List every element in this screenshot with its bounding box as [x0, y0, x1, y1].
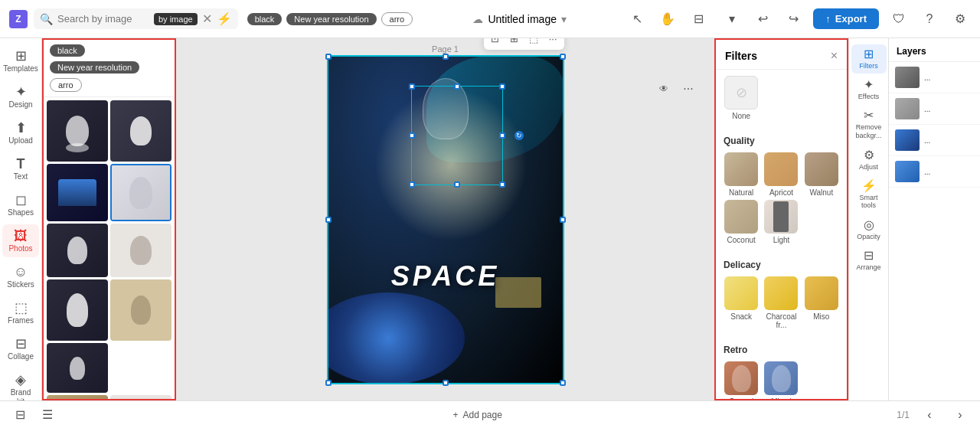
brand-icon: ◈ — [15, 373, 26, 387]
layer-name-3: ... — [924, 136, 930, 145]
layer-item-1[interactable]: ... — [889, 62, 980, 93]
help-icon[interactable]: ? — [919, 8, 940, 30]
app-logo[interactable]: Z — [9, 10, 28, 28]
layer-item-4[interactable]: ... — [889, 156, 980, 188]
selection-overlay: ↻ — [411, 86, 503, 185]
sidebar-item-photos[interactable]: 🖼 Photos — [2, 224, 39, 257]
filter-charcoal[interactable]: Charcoal fr... — [763, 276, 799, 329]
sidebar-item-stickers[interactable]: ☺ Stickers — [2, 260, 39, 293]
zoom-dropdown[interactable]: ▾ — [721, 8, 743, 30]
search-by-image-tag[interactable]: by image — [154, 13, 198, 25]
export-button[interactable]: ↑ Export — [813, 8, 879, 29]
filter-natural-thumb — [724, 152, 758, 186]
sidebar-label-photos: Photos — [8, 244, 32, 253]
nav-prev-icon[interactable]: ‹ — [919, 404, 940, 426]
filter-snack[interactable]: Snack — [724, 276, 759, 329]
tag-black[interactable]: black — [247, 13, 283, 25]
list-item[interactable] — [47, 395, 108, 399]
list-item[interactable] — [110, 100, 172, 162]
title-dropdown-icon[interactable]: ▾ — [561, 13, 567, 25]
filters-close-button[interactable]: × — [831, 49, 838, 63]
sidebar-item-text[interactable]: T Text — [2, 152, 39, 185]
upload-icon: ⬆ — [15, 121, 27, 135]
rotate-handle[interactable]: ↻ — [514, 131, 524, 140]
filter-quality-title: Quality — [724, 136, 839, 146]
filter-light[interactable]: Light — [763, 200, 799, 244]
tag-arro-photo[interactable]: arro — [50, 78, 82, 92]
add-page-button[interactable]: + Add page — [446, 407, 508, 423]
page-indicator: 1/1 — [897, 410, 910, 420]
filter-retro-section: Retro Carmel Miami — [716, 338, 847, 400]
rp-item-filters[interactable]: ⊞ Filters — [851, 44, 887, 74]
undo-button[interactable]: ↩ — [752, 8, 773, 30]
filter-miso[interactable]: Miso — [804, 276, 839, 329]
list-item[interactable] — [110, 279, 172, 341]
list-item[interactable] — [110, 164, 172, 221]
grid-icon[interactable]: ⊞ — [506, 38, 522, 47]
sidebar-item-design[interactable]: ✦ Design — [2, 80, 39, 113]
hand-tool[interactable]: ✋ — [657, 8, 678, 30]
tag-black-photo[interactable]: black — [50, 44, 85, 57]
tag-newyear-photo[interactable]: New year resolution — [50, 61, 139, 74]
layout-tool[interactable]: ⊟ — [688, 8, 709, 30]
filter-apricot[interactable]: Apricot — [763, 152, 799, 197]
layer-item-3[interactable]: ... — [889, 125, 980, 156]
rp-item-opacity[interactable]: ◎ Opacity — [851, 215, 887, 244]
shield-icon[interactable]: 🛡 — [888, 8, 910, 30]
rp-item-smart-tools[interactable]: ⚡ Smarttools — [851, 176, 887, 214]
tag-arrow[interactable]: arro — [381, 12, 413, 26]
rp-item-arrange[interactable]: ⊟ Arrange — [851, 246, 887, 275]
settings-icon[interactable]: ⚙ — [949, 8, 971, 30]
rp-label-opacity: Opacity — [857, 233, 880, 240]
list-item[interactable] — [47, 164, 108, 221]
filter-light-thumb — [764, 200, 798, 234]
templates-icon: ⊞ — [15, 49, 27, 63]
nav-next-icon[interactable]: › — [949, 404, 971, 426]
rp-item-adjust[interactable]: ⚙ Adjust — [851, 145, 887, 175]
search-input[interactable] — [57, 13, 149, 25]
sidebar-label-text: Text — [14, 172, 28, 181]
sidebar-item-collage[interactable]: ⊟ Collage — [2, 332, 39, 365]
filter-carmel[interactable]: Carmel — [724, 361, 759, 400]
sidebar-label-design: Design — [8, 100, 32, 109]
tag-newyear[interactable]: New year resolution — [286, 13, 376, 25]
list-view-icon[interactable]: ☰ — [37, 404, 58, 426]
rp-item-remove-bg[interactable]: ✂ Removebackgr... — [851, 106, 887, 144]
filter-snack-thumb — [724, 276, 758, 310]
pointer-tool[interactable]: ↖ — [626, 8, 648, 30]
sidebar-item-upload[interactable]: ⬆ Upload — [2, 116, 39, 149]
filter-retro-grid: Carmel Miami — [724, 361, 839, 400]
collage-icon: ⊟ — [15, 337, 27, 351]
list-item[interactable] — [110, 224, 172, 277]
list-item[interactable] — [47, 224, 108, 277]
filter-coconut[interactable]: Coconut — [724, 200, 759, 244]
list-item[interactable] — [47, 343, 108, 393]
crop-icon[interactable]: ⊡ — [487, 38, 503, 47]
frame-icon[interactable]: ⬚ — [525, 38, 542, 47]
grid-view-icon[interactable]: ⊟ — [9, 404, 31, 426]
sidebar-label-upload: Upload — [8, 136, 33, 145]
redo-button[interactable]: ↪ — [782, 8, 804, 30]
list-item[interactable] — [47, 100, 108, 162]
title-text: Untitled image — [488, 13, 557, 25]
sidebar-item-frames[interactable]: ⬚ Frames — [2, 296, 39, 329]
sidebar-item-brand[interactable]: ◈ Brandkit — [2, 368, 39, 400]
right-panel-sidebar: ⊞ Filters ✦ Effects ✂ Removebackgr... ⚙ … — [848, 38, 888, 400]
sidebar-item-shapes[interactable]: ◻ Shapes — [2, 188, 39, 221]
rp-label-effects: Effects — [858, 93, 879, 100]
clear-search-icon[interactable]: ✕ — [202, 11, 212, 26]
search-options-icon[interactable]: ⚡ — [217, 11, 232, 26]
layer-item-2[interactable]: ... — [889, 93, 980, 125]
filter-none[interactable]: ⊘ None — [724, 76, 759, 120]
filter-walnut[interactable]: Walnut — [804, 152, 839, 197]
canvas-image[interactable]: SPACE ↻ — [327, 55, 564, 384]
toolbar-actions: ↖ ✋ ⊟ ▾ ↩ ↪ ↑ Export 🛡 ? ⚙ — [626, 8, 971, 30]
sidebar-item-templates[interactable]: ⊞ Templates — [2, 44, 39, 77]
filter-natural[interactable]: Natural — [724, 152, 759, 197]
rp-item-effects[interactable]: ✦ Effects — [851, 75, 887, 104]
list-item[interactable] — [110, 395, 172, 399]
more-options-icon[interactable]: ··· — [545, 38, 561, 47]
filter-miami[interactable]: Miami — [763, 361, 799, 400]
list-item[interactable] — [47, 279, 108, 341]
bottom-bar: ⊟ ☰ + Add page 1/1 ‹ › — [0, 400, 980, 428]
